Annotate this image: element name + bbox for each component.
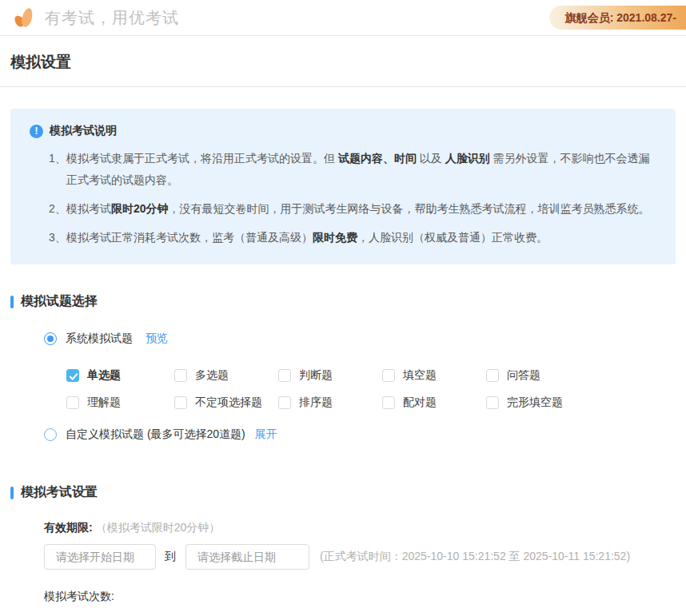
system-questions-option-row: 系统模拟试题 预览 bbox=[0, 332, 686, 346]
custom-questions-option-row: 自定义模拟试题 (最多可选择20道题) 展开 bbox=[0, 427, 686, 442]
question-type-option[interactable]: 单选题 bbox=[66, 368, 174, 383]
notice-item-text: 模拟考试隶属于正式考试，将沿用正式考试的设置。但 试题内容、时间 以及 人脸识别… bbox=[66, 148, 656, 191]
question-type-label: 理解题 bbox=[87, 395, 121, 410]
system-questions-radio[interactable] bbox=[44, 332, 57, 345]
membership-badge: 旗舰会员: 2021.08.27- bbox=[549, 6, 686, 30]
question-type-grid: 单选题 多选题 判断题 填空题 问答题 理解题 bbox=[0, 368, 686, 410]
titlebar: 模拟设置 bbox=[0, 36, 686, 87]
notice-item: 2、 模拟考试限时20分钟，没有最短交卷时间，用于测试考生网络与设备，帮助考生熟… bbox=[49, 198, 656, 220]
checkbox-icon[interactable] bbox=[486, 369, 499, 382]
checkbox-icon[interactable] bbox=[174, 396, 187, 409]
question-type-option[interactable]: 配对题 bbox=[382, 395, 486, 410]
question-type-option[interactable]: 问答题 bbox=[486, 368, 686, 383]
notice-item: 1、 模拟考试隶属于正式考试，将沿用正式考试的设置。但 试题内容、时间 以及 人… bbox=[49, 148, 656, 191]
expand-link[interactable]: 展开 bbox=[255, 427, 277, 442]
notice-title: 模拟考试说明 bbox=[50, 124, 117, 138]
question-type-option[interactable]: 不定项选择题 bbox=[174, 395, 278, 410]
attempts-label-row: 模拟考试次数: bbox=[0, 590, 686, 604]
app-header: 有考试，用优考试 旗舰会员: 2021.08.27- bbox=[0, 0, 686, 36]
notice-item-text: 模拟考试正常消耗考试次数，监考（普通及高级）限时免费，人脸识别（权威及普通）正常… bbox=[66, 227, 656, 248]
notice-item: 3、 模拟考试正常消耗考试次数，监考（普通及高级）限时免费，人脸识别（权威及普通… bbox=[49, 227, 656, 248]
to-label: 到 bbox=[165, 550, 176, 564]
info-icon: ! bbox=[30, 125, 43, 138]
question-type-option[interactable]: 判断题 bbox=[278, 368, 382, 383]
notice-item-number: 3、 bbox=[49, 227, 66, 248]
checkbox-icon[interactable] bbox=[278, 369, 291, 382]
brand-logo-icon bbox=[13, 6, 37, 30]
question-type-label: 配对题 bbox=[403, 395, 437, 410]
validity-label-row: 有效期限: （模拟考试限时20分钟） bbox=[0, 521, 686, 535]
checkbox-icon[interactable] bbox=[174, 369, 187, 382]
formal-exam-time-note: (正式考试时间：2025-10-10 15:21:52 至 2025-10-11… bbox=[320, 550, 630, 564]
question-type-option[interactable]: 多选题 bbox=[174, 368, 278, 383]
validity-label: 有效期限: bbox=[44, 521, 93, 535]
question-type-label: 判断题 bbox=[299, 368, 333, 383]
question-selection-section: 模拟试题选择 系统模拟试题 预览 单选题 多选题 判断题 填空题 bbox=[0, 293, 686, 442]
question-type-label: 排序题 bbox=[299, 395, 333, 410]
date-range-row: 到 (正式考试时间：2025-10-10 15:21:52 至 2025-10-… bbox=[0, 544, 686, 570]
notice-item-number: 1、 bbox=[49, 148, 66, 191]
brand-title: 有考试，用优考试 bbox=[45, 7, 179, 29]
question-type-option[interactable]: 完形填空题 bbox=[486, 395, 686, 410]
question-type-label: 多选题 bbox=[195, 368, 229, 383]
checkbox-icon[interactable] bbox=[382, 396, 395, 409]
checkbox-icon[interactable] bbox=[486, 396, 499, 409]
section-header: 模拟考试设置 bbox=[0, 484, 686, 501]
question-type-label: 单选题 bbox=[87, 368, 121, 383]
custom-questions-label[interactable]: 自定义模拟试题 (最多可选择20道题) bbox=[66, 427, 245, 442]
question-type-option[interactable]: 理解题 bbox=[66, 395, 174, 410]
question-type-label: 完形填空题 bbox=[507, 395, 563, 410]
section-accent-bar bbox=[10, 487, 14, 499]
validity-hint: （模拟考试限时20分钟） bbox=[96, 521, 221, 535]
attempts-label: 模拟考试次数: bbox=[44, 590, 114, 604]
preview-link[interactable]: 预览 bbox=[146, 332, 168, 346]
checkbox-icon[interactable] bbox=[278, 396, 291, 409]
question-type-label: 不定项选择题 bbox=[195, 395, 262, 410]
checkbox-icon[interactable] bbox=[382, 369, 395, 382]
question-type-label: 填空题 bbox=[403, 368, 437, 383]
end-date-input[interactable] bbox=[185, 544, 309, 570]
question-type-label: 问答题 bbox=[507, 368, 540, 383]
start-date-input[interactable] bbox=[44, 544, 156, 570]
exam-settings-section: 模拟考试设置 有效期限: （模拟考试限时20分钟） 到 (正式考试时间：2025… bbox=[0, 484, 686, 616]
checkbox-icon[interactable] bbox=[66, 396, 79, 409]
notice-header: ! 模拟考试说明 bbox=[30, 124, 656, 138]
section-accent-bar bbox=[10, 296, 14, 308]
simulation-settings-page: 有考试，用优考试 旗舰会员: 2021.08.27- 模拟设置 ! 模拟考试说明… bbox=[0, 0, 686, 616]
checkbox-icon[interactable] bbox=[66, 369, 79, 382]
section-title: 模拟考试设置 bbox=[21, 484, 98, 501]
question-type-option[interactable]: 排序题 bbox=[278, 395, 382, 410]
custom-questions-radio[interactable] bbox=[44, 428, 57, 441]
notice-item-text: 模拟考试限时20分钟，没有最短交卷时间，用于测试考生网络与设备，帮助考生熟悉考试… bbox=[66, 198, 656, 220]
page-title: 模拟设置 bbox=[10, 52, 676, 73]
notice-box: ! 模拟考试说明 1、 模拟考试隶属于正式考试，将沿用正式考试的设置。但 试题内… bbox=[10, 109, 676, 264]
section-header: 模拟试题选择 bbox=[0, 293, 686, 310]
system-questions-label[interactable]: 系统模拟试题 bbox=[66, 332, 133, 346]
section-title: 模拟试题选择 bbox=[21, 293, 98, 310]
notice-list: 1、 模拟考试隶属于正式考试，将沿用正式考试的设置。但 试题内容、时间 以及 人… bbox=[49, 148, 656, 248]
notice-item-number: 2、 bbox=[49, 198, 66, 220]
question-type-option[interactable]: 填空题 bbox=[382, 368, 486, 383]
logo-petal-right bbox=[20, 7, 34, 28]
